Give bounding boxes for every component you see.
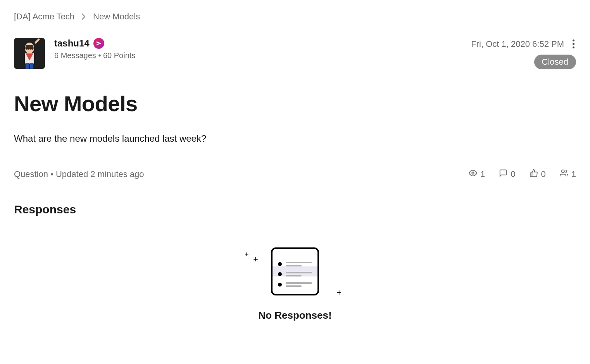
post-title: New Models [14,91,576,116]
breadcrumb: [DA] Acme Tech New Models [14,12,576,22]
empty-state-message: No Responses! [258,309,331,321]
svg-rect-8 [30,63,33,69]
engagement-stats: 1 0 0 1 [469,169,576,180]
svg-point-10 [561,170,564,173]
send-badge-icon [93,38,104,49]
plus-decoration-icon: + [245,251,249,259]
empty-state: + + + [14,247,576,321]
empty-list-icon [271,247,319,295]
post-footer: Question • Updated 2 minutes ago 1 0 0 1 [14,169,576,180]
post-body: What are the new models launched last we… [14,133,576,144]
comment-icon [499,169,507,180]
author-info: tashu14 6 Messages • 60 Points [54,38,135,60]
responses-heading: Responses [14,203,576,224]
chevron-right-icon [81,13,86,20]
eye-icon [469,169,477,180]
post-meta-right: Fri, Oct 1, 2020 6:52 PM Closed [471,38,576,69]
breadcrumb-parent-link[interactable]: [DA] Acme Tech [14,12,74,22]
people-icon [560,169,568,180]
author-name[interactable]: tashu14 [54,38,90,49]
comments-count[interactable]: 0 [499,169,515,180]
svg-point-9 [472,172,474,174]
plus-decoration-icon: + [253,254,258,264]
thumbs-up-icon [530,169,538,180]
author-stats: 6 Messages • 60 Points [54,51,135,60]
breadcrumb-current: New Models [93,12,140,22]
likes-count[interactable]: 0 [530,169,546,180]
svg-rect-7 [26,63,29,69]
post-header: tashu14 6 Messages • 60 Points Fri, Oct … [14,38,576,69]
post-timestamp: Fri, Oct 1, 2020 6:52 PM [471,39,564,49]
post-type-line: Question • Updated 2 minutes ago [14,169,144,179]
views-count[interactable]: 1 [469,169,485,180]
followers-count[interactable]: 1 [560,169,576,180]
status-badge: Closed [534,55,576,69]
more-options-button[interactable] [571,38,576,50]
empty-illustration: + + + [271,247,319,295]
plus-decoration-icon: + [336,288,342,298]
author-avatar[interactable] [14,38,45,69]
